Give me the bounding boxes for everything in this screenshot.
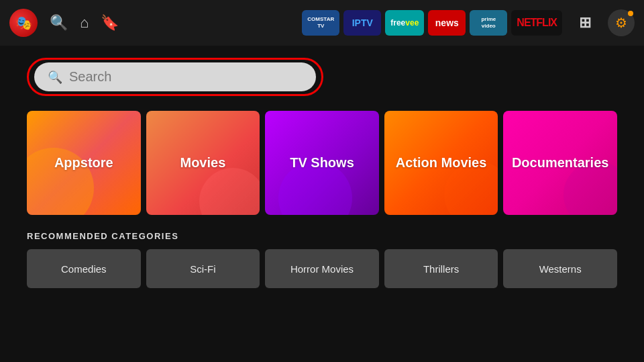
category-tiles: Appstore Movies TV Shows Action Movies D… (27, 111, 617, 215)
avatar[interactable]: 🎭 (9, 9, 38, 37)
channel-comstar[interactable]: COMSTARTV (302, 10, 339, 36)
channel-iptv[interactable]: IPTV (343, 10, 381, 36)
rec-tile-thrillers[interactable]: Thrillers (384, 249, 498, 288)
apps-icon[interactable]: ⊞ (566, 10, 604, 36)
netflix-label: NETFLIX (517, 17, 557, 29)
home-icon[interactable]: ⌂ (80, 14, 89, 32)
channel-freevee[interactable]: freevee (385, 10, 424, 36)
rec-tile-comedies[interactable]: Comedies (27, 249, 141, 288)
rec-tile-scifi-label: Sci-Fi (190, 263, 215, 275)
nav-left: 🎭 🔍 ⌂ 🔖 (9, 9, 119, 37)
search-nav-icon[interactable]: 🔍 (50, 14, 68, 32)
tile-action-movies[interactable]: Action Movies (384, 111, 498, 215)
search-placeholder: Search (69, 69, 111, 85)
channel-netflix[interactable]: NETFLIX (511, 10, 562, 36)
rec-tile-horror[interactable]: Horror Movies (265, 249, 379, 288)
main-content: 🔍 Search Appstore Movies TV Shows Action… (0, 46, 644, 288)
channel-icons: COMSTARTV IPTV freevee news primevideo N… (302, 9, 635, 36)
rec-tile-westerns[interactable]: Westerns (503, 249, 617, 288)
tile-tvshows[interactable]: TV Shows (265, 111, 379, 215)
search-icon: 🔍 (48, 70, 62, 85)
search-container[interactable]: 🔍 Search (27, 58, 323, 96)
tile-appstore-label: Appstore (54, 155, 113, 171)
rec-tile-scifi[interactable]: Sci-Fi (146, 249, 260, 288)
recommended-section: RECOMMENDED CATEGORIES Comedies Sci-Fi H… (27, 231, 617, 288)
tile-action-label: Action Movies (396, 155, 487, 171)
search-box[interactable]: 🔍 Search (34, 62, 316, 91)
channel-prime[interactable]: primevideo (470, 10, 507, 36)
iptv-label: IPTV (352, 17, 373, 28)
settings-notification-dot (628, 11, 633, 16)
prime-label: primevideo (481, 16, 496, 29)
tile-movies-label: Movies (180, 155, 225, 171)
comstar-label: COMSTARTV (307, 16, 334, 29)
freevee-label: freevee (390, 18, 419, 28)
settings-button[interactable]: ⚙ (608, 9, 635, 36)
recommended-heading: RECOMMENDED CATEGORIES (27, 231, 617, 241)
top-nav: 🎭 🔍 ⌂ 🔖 COMSTARTV IPTV freevee news prim… (0, 0, 644, 46)
rec-tile-westerns-label: Westerns (539, 263, 582, 275)
tile-tvshows-label: TV Shows (290, 155, 354, 171)
news-label: news (435, 17, 459, 28)
tile-documentaries[interactable]: Documentaries (503, 111, 617, 215)
tile-movies[interactable]: Movies (146, 111, 260, 215)
rec-tile-comedies-label: Comedies (61, 263, 107, 275)
channel-news[interactable]: news (428, 10, 466, 36)
recommended-tiles: Comedies Sci-Fi Horror Movies Thrillers … (27, 249, 617, 288)
rec-tile-thrillers-label: Thrillers (423, 263, 459, 275)
rec-tile-horror-label: Horror Movies (290, 263, 354, 275)
bookmark-icon[interactable]: 🔖 (101, 14, 119, 32)
tile-appstore[interactable]: Appstore (27, 111, 141, 215)
tile-documentaries-label: Documentaries (512, 155, 609, 171)
